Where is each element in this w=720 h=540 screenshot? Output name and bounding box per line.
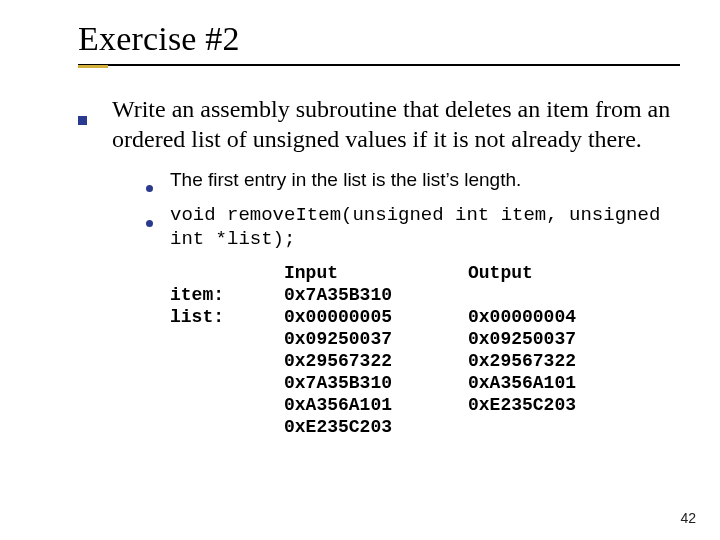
input-header: Input xyxy=(284,262,424,284)
input-value: 0xE235C203 xyxy=(284,416,424,438)
output-column: Output 0x00000004 0x09250037 0x29567322 … xyxy=(468,262,608,438)
output-value: 0x09250037 xyxy=(468,328,608,350)
square-bullet-icon xyxy=(78,94,112,154)
dot-bullet-icon xyxy=(146,168,170,199)
output-value: 0xE235C203 xyxy=(468,394,608,416)
label-item: item: xyxy=(170,284,240,306)
bullet-level2: void removeItem(unsigned int item, unsig… xyxy=(146,203,680,252)
output-header: Output xyxy=(468,262,608,284)
sub-text-1: The first entry in the list is the list’… xyxy=(170,168,680,199)
sublist: The first entry in the list is the list’… xyxy=(146,168,680,252)
bullet-level2: The first entry in the list is the list’… xyxy=(146,168,680,199)
prototype-code: void removeItem(unsigned int item, unsig… xyxy=(170,203,680,252)
input-column: Input 0x7A35B310 0x00000005 0x09250037 0… xyxy=(284,262,424,438)
body: Write an assembly subroutine that delete… xyxy=(78,94,680,438)
title-accent xyxy=(78,65,108,68)
bullet-level1: Write an assembly subroutine that delete… xyxy=(78,94,680,154)
input-value: 0x09250037 xyxy=(284,328,424,350)
input-value: 0xA356A101 xyxy=(284,394,424,416)
label-list: list: xyxy=(170,306,240,328)
input-value: 0x00000005 xyxy=(284,306,424,328)
input-value: 0x7A35B310 xyxy=(284,372,424,394)
slide: Exercise #2 Write an assembly subroutine… xyxy=(0,0,720,540)
input-value: 0x7A35B310 xyxy=(284,284,424,306)
labels-column: item: list: xyxy=(170,262,240,438)
main-text: Write an assembly subroutine that delete… xyxy=(112,94,680,154)
title-wrap: Exercise #2 xyxy=(78,20,680,66)
output-value: 0xA356A101 xyxy=(468,372,608,394)
output-value: 0x29567322 xyxy=(468,350,608,372)
data-table: item: list: Input 0x7A35B310 0x00000005 … xyxy=(170,262,680,438)
slide-title: Exercise #2 xyxy=(78,20,680,58)
output-value: 0x00000004 xyxy=(468,306,608,328)
dot-bullet-icon xyxy=(146,203,170,252)
input-value: 0x29567322 xyxy=(284,350,424,372)
page-number: 42 xyxy=(680,510,696,526)
